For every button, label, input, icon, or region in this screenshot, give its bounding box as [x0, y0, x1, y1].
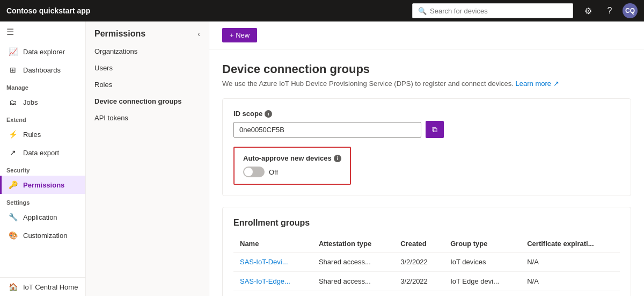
copy-button[interactable]: ⧉ — [426, 121, 444, 138]
cell-name[interactable]: SAS-IoT-Devi... — [233, 252, 312, 272]
sidebar-item-permissions[interactable]: 🔑 Permissions — [0, 176, 85, 194]
cell-created: 3/2/2022 — [394, 252, 444, 272]
permissions-icon: 🔑 — [8, 180, 18, 190]
help-icon: ? — [608, 6, 612, 16]
sidebar-item-label: Application — [23, 213, 57, 221]
cell-attestation: Shared access... — [312, 252, 394, 272]
security-section-label: Security — [0, 162, 85, 176]
page-title: Device connection groups — [222, 62, 631, 76]
topbar: Contoso quickstart app 🔍 ⚙ ? CQ — [0, 0, 644, 21]
main-layout: ☰ 📈 Data explorer ⊞ Dashboards Manage 🗂 … — [0, 21, 644, 296]
id-scope-info-icon[interactable]: i — [265, 110, 272, 118]
page-subtitle: We use the Azure IoT Hub Device Provisio… — [222, 80, 631, 88]
second-nav-device-connection-groups[interactable]: Device connection groups — [86, 93, 209, 110]
row-name-link[interactable]: SAS-IoT-Edge... — [240, 277, 290, 285]
learn-more-link[interactable]: Learn more ↗ — [516, 80, 559, 88]
second-nav-api-tokens[interactable]: API tokens — [86, 110, 209, 126]
enrollment-table: Name Attestation type Created Group type… — [233, 235, 620, 291]
id-scope-input[interactable] — [233, 122, 421, 138]
col-attestation: Attestation type — [312, 235, 394, 252]
sidebar-item-iot-central-home[interactable]: 🏠 IoT Central Home — [0, 278, 85, 296]
content-area: + New Device connection groups We use th… — [209, 21, 644, 296]
copy-icon: ⧉ — [432, 125, 437, 134]
second-nav-roles[interactable]: Roles — [86, 76, 209, 93]
leftnav: ☰ 📈 Data explorer ⊞ Dashboards Manage 🗂 … — [0, 21, 86, 296]
collapse-button[interactable]: ‹ — [197, 30, 200, 38]
second-nav-users[interactable]: Users — [86, 60, 209, 76]
sidebar-item-label: Rules — [23, 131, 41, 139]
auto-approve-toggle[interactable] — [243, 167, 265, 177]
sidebar-item-label: Data export — [23, 149, 59, 157]
extend-section-label: Extend — [0, 111, 85, 125]
sidebar-item-label: Permissions — [23, 181, 64, 189]
row-name-link[interactable]: SAS-IoT-Devi... — [240, 258, 288, 266]
auto-approve-info-icon[interactable]: i — [334, 155, 341, 162]
auto-approve-box: Auto-approve new devices i Off — [233, 147, 351, 185]
new-button[interactable]: + New — [222, 28, 257, 42]
jobs-icon: 🗂 — [8, 97, 18, 107]
new-button-label: + New — [230, 31, 250, 39]
customization-icon: 🎨 — [8, 230, 18, 240]
second-panel-header: Permissions ‹ — [86, 21, 209, 43]
data-explorer-icon: 📈 — [8, 47, 18, 56]
col-name: Name — [233, 235, 312, 252]
table-header-row: Name Attestation type Created Group type… — [233, 235, 620, 252]
sidebar-item-label: Customization — [23, 232, 67, 240]
nav-bottom: 🏠 IoT Central Home — [0, 277, 85, 296]
cell-group-type: IoT Edge devi... — [444, 272, 521, 291]
settings-icon: ⚙ — [584, 6, 592, 16]
search-input[interactable] — [430, 7, 567, 15]
content-body: Device connection groups We use the Azur… — [209, 49, 644, 296]
cell-cert-expiration: N/A — [521, 252, 620, 272]
col-group-type: Group type — [444, 235, 521, 252]
avatar[interactable]: CQ — [623, 3, 638, 18]
id-scope-field-row: ⧉ — [233, 121, 620, 138]
app-title: Contoso quickstart app — [6, 6, 406, 15]
sidebar-item-label: Data explorer — [23, 48, 65, 56]
help-button[interactable]: ? — [601, 2, 618, 19]
enrollment-section: Enrollment groups Name Attestation type … — [222, 207, 631, 296]
settings-button[interactable]: ⚙ — [580, 2, 597, 19]
search-box[interactable]: 🔍 — [412, 3, 573, 18]
dashboards-icon: ⊞ — [8, 65, 18, 75]
cell-created: 3/2/2022 — [394, 272, 444, 291]
sidebar-item-data-explorer[interactable]: 📈 Data explorer — [0, 42, 85, 61]
content-toolbar: + New — [209, 21, 644, 49]
cell-group-type: IoT devices — [444, 252, 521, 272]
cell-name[interactable]: SAS-IoT-Edge... — [233, 272, 312, 291]
sidebar-item-data-export[interactable]: ↗ Data export — [0, 143, 85, 162]
auto-approve-state: Off — [269, 168, 278, 176]
cell-attestation: Shared access... — [312, 272, 394, 291]
sidebar-item-dashboards[interactable]: ⊞ Dashboards — [0, 61, 85, 79]
second-panel: Permissions ‹ Organizations Users Roles … — [86, 21, 209, 296]
second-panel-title: Permissions — [94, 29, 145, 39]
application-icon: 🔧 — [8, 212, 18, 222]
auto-approve-label: Auto-approve new devices i — [243, 154, 341, 162]
connection-card: ID scope i ⧉ Auto-approve new devices i — [222, 98, 631, 196]
hamburger-button[interactable]: ☰ — [0, 21, 85, 42]
data-export-icon: ↗ — [8, 148, 18, 157]
sidebar-item-rules[interactable]: ⚡ Rules — [0, 125, 85, 143]
col-created: Created — [394, 235, 444, 252]
sidebar-item-application[interactable]: 🔧 Application — [0, 208, 85, 226]
col-cert-expiration: Certificate expirati... — [521, 235, 620, 252]
sidebar-item-label: Dashboards — [23, 66, 61, 74]
sidebar-item-customization[interactable]: 🎨 Customization — [0, 226, 85, 244]
second-nav-organizations[interactable]: Organizations — [86, 43, 209, 60]
table-row: SAS-IoT-Devi... Shared access... 3/2/202… — [233, 252, 620, 272]
enrollment-title: Enrollment groups — [233, 218, 620, 228]
home-icon: 🏠 — [8, 282, 18, 292]
sidebar-item-label: Jobs — [23, 98, 38, 106]
toggle-slider — [243, 167, 265, 177]
toggle-row: Off — [243, 167, 341, 177]
rules-icon: ⚡ — [8, 129, 18, 139]
settings-section-label: Settings — [0, 194, 85, 208]
cell-cert-expiration: N/A — [521, 272, 620, 291]
table-row: SAS-IoT-Edge... Shared access... 3/2/202… — [233, 272, 620, 291]
sidebar-item-jobs[interactable]: 🗂 Jobs — [0, 93, 85, 111]
sidebar-item-label: IoT Central Home — [23, 283, 78, 291]
manage-section-label: Manage — [0, 79, 85, 93]
topbar-icons: ⚙ ? CQ — [580, 2, 638, 19]
search-icon: 🔍 — [418, 7, 427, 15]
id-scope-label: ID scope i — [233, 110, 620, 118]
